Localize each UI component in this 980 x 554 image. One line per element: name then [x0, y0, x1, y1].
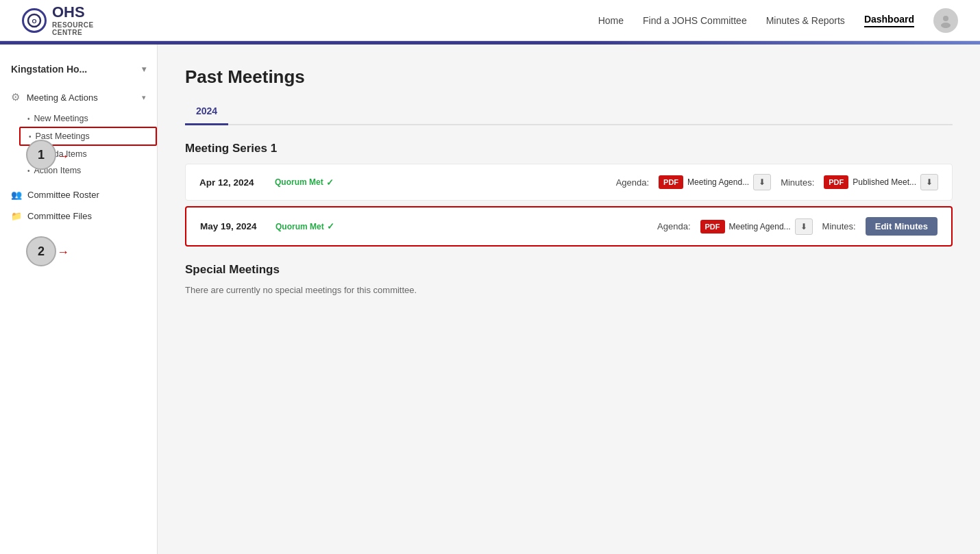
expand-icon: ▾	[142, 93, 146, 102]
logo-ohs: OHS	[52, 4, 94, 21]
sidebar-section-meetings: ⚙ Meeting & Actions ▾ New Meetings Past …	[0, 86, 157, 181]
sidebar-item-agenda-items[interactable]: Agenda Items	[19, 146, 157, 162]
meeting-row-apr: Apr 12, 2024 Quorum Met ✓ Agenda: PDF Me…	[185, 164, 953, 201]
special-meetings-title: Special Meetings	[185, 263, 953, 277]
agenda-pdf-btn-apr[interactable]: PDF	[659, 175, 683, 189]
org-selector[interactable]: Kingstation Ho... ▾	[0, 58, 157, 86]
agenda-download-btn-may[interactable]: ⬇	[795, 218, 813, 235]
nav: Home Find a JOHS Committee Minutes & Rep…	[598, 8, 958, 33]
meeting-sub-items: New Meetings Past Meetings Agenda Items …	[0, 109, 157, 181]
tab-2024[interactable]: 2024	[185, 101, 228, 125]
agenda-doc-group-apr: PDF Meeting Agend... ⬇	[659, 174, 771, 190]
files-icon: 📁	[11, 211, 22, 221]
special-meetings-section: Special Meetings There are currently no …	[185, 263, 953, 295]
sidebar-item-committee-roster[interactable]: 👥 Committee Roster	[0, 184, 157, 205]
minutes-pdf-btn-apr[interactable]: PDF	[824, 175, 848, 189]
nav-find-committee[interactable]: Find a JOHS Committee	[643, 15, 747, 26]
meeting-row-left-may: May 19, 2024 Quorum Met ✓	[200, 221, 657, 231]
agenda-label-may: Agenda:	[657, 221, 690, 231]
minutes-label-may: Minutes:	[822, 221, 856, 231]
meeting-series-section: Meeting Series 1 Apr 12, 2024 Quorum Met…	[185, 142, 953, 247]
logo-sub2: CENTRE	[52, 29, 94, 36]
agenda-filename-may: Meeting Agend...	[729, 222, 791, 231]
sidebar-item-action-items[interactable]: Action Items	[19, 162, 157, 179]
meeting-row-may: May 19, 2024 Quorum Met ✓ Agenda: PDF Me…	[185, 206, 953, 247]
agenda-label-apr: Agenda:	[616, 177, 649, 188]
quorum-badge-may: Quorum Met ✓	[275, 221, 334, 231]
page-title: Past Meetings	[185, 66, 953, 88]
minutes-doc-group-apr: PDF Published Meet... ⬇	[824, 174, 938, 190]
committee-roster-label: Committee Roster	[27, 190, 99, 200]
svg-text:O: O	[32, 18, 36, 25]
special-meetings-empty-text: There are currently no special meetings …	[185, 285, 953, 295]
minutes-download-btn-apr[interactable]: ⬇	[920, 174, 938, 190]
edit-minutes-btn-may[interactable]: Edit Minutes	[866, 217, 938, 236]
avatar[interactable]	[933, 8, 958, 33]
year-tabs: 2024	[185, 101, 953, 125]
meeting-date-may: May 19, 2024	[200, 221, 269, 231]
meeting-row-right-apr: Agenda: PDF Meeting Agend... ⬇ Minutes: …	[616, 174, 938, 190]
svg-point-2	[943, 16, 948, 21]
meeting-actions-label: Meeting & Actions	[27, 92, 98, 103]
agenda-filename-apr: Meeting Agend...	[687, 177, 749, 187]
svg-point-3	[941, 23, 951, 28]
meeting-series-title: Meeting Series 1	[185, 142, 953, 155]
nav-dashboard[interactable]: Dashboard	[864, 14, 914, 27]
sidebar: Kingstation Ho... ▾ ⚙ Meeting & Actions …	[0, 45, 158, 554]
logo-circle: O	[22, 8, 47, 33]
checkmark-icon-may: ✓	[327, 221, 334, 231]
meeting-actions-header[interactable]: ⚙ Meeting & Actions ▾	[0, 86, 157, 109]
logo-sub1: RESOURCE	[52, 21, 94, 29]
chevron-down-icon: ▾	[142, 64, 146, 74]
header: O OHS RESOURCE CENTRE Home Find a JOHS C…	[0, 0, 980, 41]
checkmark-icon-apr: ✓	[326, 177, 334, 188]
layout: Kingstation Ho... ▾ ⚙ Meeting & Actions …	[0, 45, 980, 554]
meeting-row-right-may: Agenda: PDF Meeting Agend... ⬇ Minutes: …	[657, 217, 938, 236]
quorum-badge-apr: Quorum Met ✓	[275, 177, 334, 188]
sidebar-item-new-meetings[interactable]: New Meetings	[19, 110, 157, 127]
logo-text: OHS RESOURCE CENTRE	[52, 4, 94, 36]
agenda-download-btn-apr[interactable]: ⬇	[753, 174, 771, 190]
minutes-label-apr: Minutes:	[781, 177, 814, 188]
agenda-pdf-btn-may[interactable]: PDF	[700, 220, 725, 234]
minutes-filename-apr: Published Meet...	[853, 177, 916, 187]
committee-files-label: Committee Files	[27, 211, 92, 221]
org-name: Kingstation Ho...	[11, 64, 87, 75]
meeting-date-apr: Apr 12, 2024	[199, 177, 268, 188]
roster-icon: 👥	[11, 190, 22, 200]
nav-minutes-reports[interactable]: Minutes & Reports	[766, 15, 845, 26]
sidebar-item-committee-files[interactable]: 📁 Committee Files	[0, 205, 157, 227]
meeting-row-left-apr: Apr 12, 2024 Quorum Met ✓	[199, 177, 616, 188]
logo: O OHS RESOURCE CENTRE	[22, 4, 94, 36]
sidebar-item-past-meetings[interactable]: Past Meetings	[19, 127, 157, 146]
main-content: Past Meetings 2024 Meeting Series 1 Apr …	[158, 45, 980, 554]
meeting-icon: ⚙	[11, 91, 20, 103]
agenda-doc-group-may: PDF Meeting Agend... ⬇	[700, 218, 813, 235]
nav-home[interactable]: Home	[598, 15, 624, 26]
